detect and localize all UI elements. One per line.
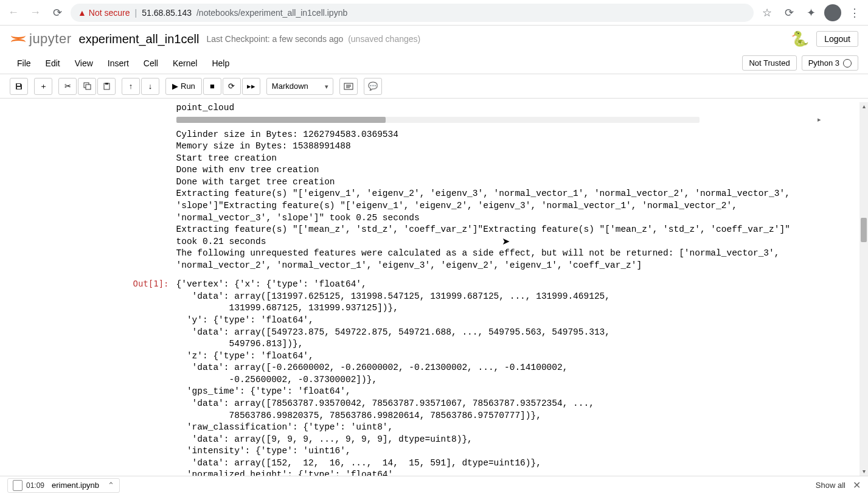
checkpoint-prefix: Last Checkpoint: [206,34,272,44]
svg-rect-3 [105,83,108,85]
bookmark-icon[interactable]: ☆ [759,4,776,21]
run-label: Run [181,82,195,91]
security-indicator: ▲ Not secure [78,8,130,18]
checkpoint-status: Last Checkpoint: a few seconds ago (unsa… [206,34,420,44]
update-icon[interactable]: ⟳ [780,4,797,21]
menu-bar: File Edit View Insert Cell Kernel Help N… [0,52,868,74]
url-separator: | [135,8,137,18]
svg-rect-1 [86,85,91,89]
notebook-title[interactable]: experiment_all_in1cell [79,32,200,46]
url-host: 51.68.85.143 [142,8,192,18]
menu-edit[interactable]: Edit [38,55,68,72]
restart-run-all-button[interactable]: ▸▸ [242,78,260,95]
menu-insert[interactable]: Insert [100,55,136,72]
add-cell-button[interactable]: ＋ [34,78,52,95]
browser-toolbar: ← → ⟳ ▲ Not secure | 51.68.85.143/notebo… [0,0,868,26]
interrupt-button[interactable]: ■ [203,78,221,95]
kernel-status-icon [843,59,852,68]
profile-avatar[interactable] [824,4,841,21]
move-up-button[interactable]: ↑ [122,78,140,95]
forward-button[interactable]: → [27,4,44,21]
menu-cell[interactable]: Cell [136,55,165,72]
paste-button[interactable] [97,78,116,95]
address-bar[interactable]: ▲ Not secure | 51.68.85.143/notebooks/ex… [71,4,754,22]
extensions-icon[interactable]: ✦ [802,4,819,21]
move-down-button[interactable]: ↓ [141,78,159,95]
menu-view[interactable]: View [68,55,100,72]
save-button[interactable] [10,78,28,95]
jupyter-logo-icon [10,30,27,47]
kernel-indicator[interactable]: Python 3 [802,55,858,71]
trust-indicator[interactable]: Not Trusted [742,55,796,71]
command-palette-button[interactable] [339,78,358,95]
cut-button[interactable]: ✂ [58,78,77,95]
checkpoint-time: a few seconds ago [273,34,344,44]
toolbar: ＋ ✂ ↑ ↓ ▶ Run ■ ⟳ ▸▸ Markdown 💬 [0,74,868,99]
logout-button[interactable]: Logout [816,31,858,47]
cell-type-select[interactable]: Markdown [266,78,333,95]
jupyter-logo-text: jupyter [29,31,72,47]
browser-menu-icon[interactable]: ⋮ [846,4,863,21]
play-icon: ▶ [172,82,178,91]
menu-file[interactable]: File [10,55,38,72]
not-secure-label: Not secure [89,8,130,18]
comment-button[interactable]: 💬 [364,78,382,95]
menu-help[interactable]: Help [204,55,237,72]
reload-button[interactable]: ⟳ [49,4,66,21]
warning-icon: ▲ [78,8,86,18]
unsaved-indicator: (unsaved changes) [348,34,420,44]
menu-kernel[interactable]: Kernel [165,55,204,72]
restart-button[interactable]: ⟳ [223,78,241,95]
jupyter-header: jupyter experiment_all_in1cell Last Chec… [0,26,868,52]
run-button[interactable]: ▶ Run [165,78,202,95]
jupyter-logo[interactable]: jupyter [10,30,72,47]
python-logo-icon: 🐍 [791,30,809,47]
back-button[interactable]: ← [5,4,22,21]
url-path: /notebooks/experiment_all_in1cell.ipynb [196,8,347,18]
kernel-name: Python 3 [808,58,839,68]
copy-button[interactable] [78,78,96,95]
